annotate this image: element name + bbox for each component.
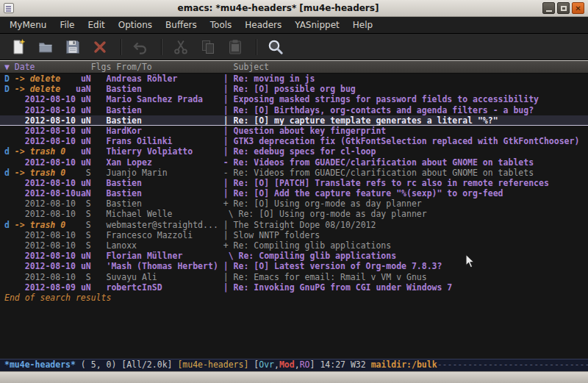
message-row[interactable]: 2012-08-10 uN HardKor | Question about k… [0,126,588,136]
modeline-maildir: maildir:/bulk [371,359,437,370]
save-button[interactable] [60,36,85,58]
modeline-flags-open: [ [248,359,259,370]
menu-item-help[interactable]: Help [346,18,379,32]
modeline-flag-: , [274,359,279,370]
message-row[interactable]: 2012-08-10 uN Xan Lopez - Re: Videos fro… [0,157,588,168]
column-header-flgs[interactable]: Flgs [91,62,112,73]
title-bar: emacs: *mu4e-headers* [mu4e-headers] ✕ [0,0,588,17]
mark-char: d [4,168,15,178]
mark-char [4,126,15,136]
modeline-flag-ro: RO [300,359,310,370]
message-text: uaN Bastien | Re: [O] Add the capture fe… [76,188,503,198]
message-row[interactable]: 2012-08-10 S Michael Welle \ Re: [O] Usi… [0,209,588,219]
message-text: uaN Bastien | Re: [O] possible org bug [76,84,356,94]
message-row[interactable]: 2012-08-10 uN 'Mash (Thomas Herbert) | R… [0,261,588,271]
modeline-filler: ----------------------------------------… [437,359,588,370]
message-text: S webmaster@straightd... | The Straight … [76,220,376,230]
message-text: uN Xan Lopez - Re: Videos from GUADEC/cl… [76,157,534,168]
mark-char: d [4,146,15,157]
message-rows: D -> delete uN Andreas Röhler | Re: movi… [0,74,588,293]
modeline-flag-mod: Mod [279,359,295,370]
message-row[interactable]: D -> delete uN Andreas Röhler | Re: movi… [0,74,588,84]
menu-item-options[interactable]: Options [112,18,159,32]
message-list: D -> delete uN Andreas Röhler | Re: movi… [0,74,588,359]
message-text: uN Bastien | Re: [O] Birthdays, org-cont… [76,105,534,115]
mark-char: d [4,220,15,230]
menu-item-tools[interactable]: Tools [204,18,239,32]
search-icon [267,38,284,56]
message-row[interactable]: 2012-08-10 S Bastien + Re: [O] Using org… [0,198,588,209]
menu-item-headers[interactable]: Headers [238,18,288,32]
message-row[interactable]: 2012-08-10 S Suvayu Ali | Re: Emacs for … [0,272,588,282]
column-header-subject[interactable]: Subject [234,62,269,73]
copy-icon [199,38,217,56]
column-header-date[interactable]: ▼ Date [4,62,35,73]
open-folder-button[interactable] [33,36,58,58]
message-text: uN 'Mash (Thomas Herbert) | Re: [O] Late… [76,261,442,271]
mark-char [4,272,15,282]
emacs-icon [4,3,14,13]
maximize-button[interactable] [557,2,570,14]
date-or-target: -> trash 0 [15,168,76,178]
message-row[interactable]: d -> trash 0 S webmaster@straightd... | … [0,220,588,230]
message-row[interactable]: D -> delete uaN Bastien | Re: [O] possib… [0,84,588,94]
column-header-fromto[interactable]: From/To [116,62,151,73]
mark-char [4,240,15,251]
close-icon [91,38,109,56]
date-or-target: 2012-08-10 [15,157,76,168]
window-frame-bottom [0,371,588,383]
search-button[interactable] [263,36,288,58]
toolbar-separator [121,39,122,55]
mark-char [4,282,15,293]
emacs-window: emacs: *mu4e-headers* [mu4e-headers] ✕ M… [0,0,588,383]
paste-icon [226,38,244,56]
minimize-icon [546,10,552,12]
modeline-position: ( 5, 0) [All/2.0k] [76,359,177,370]
message-row[interactable]: 2012-08-10 uN Bastien | Re: [O] [PATCH] … [0,178,588,188]
date-or-target: 2012-08-10 [15,94,76,104]
message-row[interactable]: 2012-08-10 uN Bastien | Re: [O] Birthday… [0,105,588,115]
message-row[interactable]: d -> trash 0 S Juanjo Marin - Re: Videos… [0,168,588,178]
close-button[interactable] [87,36,112,58]
close-button[interactable]: ✕ [572,2,584,14]
message-row[interactable]: d -> trash 0 uN Thierry Volpiatto | Re: … [0,146,588,157]
message-row[interactable]: 2012-08-10uaN Bastien | Re: [O] Add the … [0,188,588,198]
new-file-button[interactable] [6,36,31,58]
date-or-target: 2012-08-10 [15,105,76,115]
modeline-flag-: , [295,359,300,370]
mark-char: D [4,84,15,94]
message-row[interactable]: 2012-08-10 S Lanoxx + Re: Compiling glib… [0,240,588,251]
menu-item-file[interactable]: File [53,18,81,32]
date-or-target: 2012-08-10 [15,230,76,240]
modeline-buffer-name: *mu4e-headers* [4,359,76,370]
modeline-flags-close: ] [310,359,320,370]
message-text: uN Thierry Volpiatto | Re: edebug specs … [76,146,376,157]
message-row[interactable]: 2012-08-10 uN Bastien | Re: [O] my captu… [0,115,588,126]
new-file-icon [10,38,27,56]
message-row[interactable]: 2012-08-09 uN robertcInSD | Re: Invoking… [0,282,588,293]
save-icon [64,38,82,56]
message-text: uN HardKor | Question about key fingerpr… [76,126,386,136]
minimize-button[interactable] [542,2,555,14]
date-or-target: 2012-08-10 [15,209,76,219]
menu-item-buffers[interactable]: Buffers [159,18,204,32]
mark-char [4,105,15,115]
mark-char [4,251,15,261]
menu-item-yasnippet[interactable]: YASnippet [288,18,346,32]
cut-button [168,36,193,58]
window-title: emacs: *mu4e-headers* [mu4e-headers] [14,3,542,13]
date-or-target: 2012-08-10 [15,261,76,271]
date-or-target: 2012-08-10 [15,240,76,251]
close-icon: ✕ [575,4,581,12]
message-row[interactable]: 2012-08-10 uN Frans Oilinki | GTK3 depre… [0,136,588,146]
menu-item-mymenu[interactable]: MyMenu [3,18,53,32]
menu-item-edit[interactable]: Edit [82,18,112,32]
message-row[interactable]: 2012-08-10 S Francesco Mazzoli | Slow NN… [0,230,588,240]
mark-char [4,136,15,146]
message-row[interactable]: 2012-08-10 uN Florian Müllner \ Re: Comp… [0,251,588,261]
message-text: uN Frans Oilinki | GTK3 deprecation fix … [76,136,579,146]
modeline-clock: 14:27 W32 [320,359,370,370]
message-text: S Lanoxx + Re: Compiling glib applicatio… [76,240,391,251]
menu-bar: MyMenuFileEditOptionsBuffersToolsHeaders… [0,17,588,34]
message-row[interactable]: 2012-08-10 uN Mario Sanchez Prada | Expo… [0,94,588,104]
